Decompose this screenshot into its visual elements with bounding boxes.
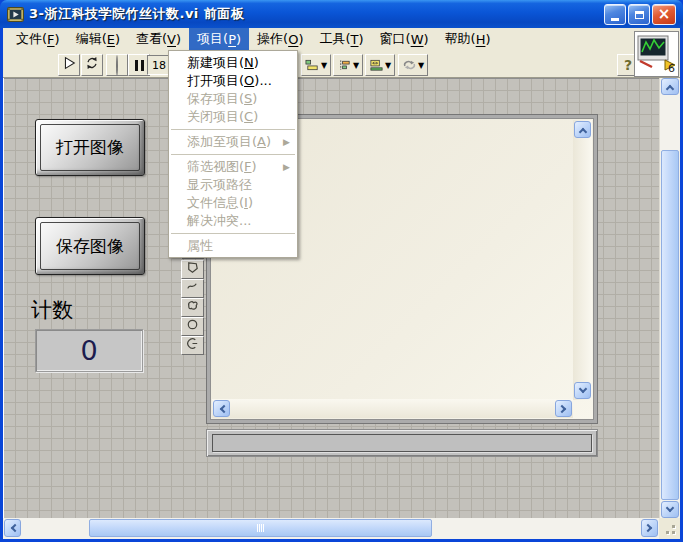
menu-separator: [171, 129, 295, 130]
close-button[interactable]: ×: [652, 4, 676, 25]
chevron-right-icon: [557, 404, 565, 412]
maximize-icon: [635, 11, 644, 19]
count-label: 计数: [31, 296, 73, 324]
horizontal-scroll-thumb[interactable]: [89, 519, 432, 537]
scroll-right-button[interactable]: [555, 400, 572, 417]
run-continuous-icon: [84, 55, 100, 75]
chevron-left-icon: [219, 404, 227, 412]
menu-item-close-project[interactable]: 关闭项目(C): [169, 108, 297, 126]
align-objects-icon: [305, 56, 320, 75]
freehand-line-tool-icon: [185, 279, 200, 298]
freehand-region-tool-icon: [185, 298, 200, 317]
oval-tool[interactable]: [181, 317, 204, 336]
dropdown-caret-icon: ▼: [353, 61, 359, 70]
project-menu: 新建项目(N)打开项目(O)...保存项目(S)关闭项目(C)添加至项目(A)▶…: [168, 50, 298, 258]
menubar: 文件(F)编辑(E)查看(V)项目(P)操作(O)工具(T)窗口(W)帮助(H): [3, 28, 680, 50]
chevron-down-icon: [578, 384, 586, 392]
polygon-tool-icon: [185, 260, 200, 279]
menubar-item-edit[interactable]: 编辑(E): [68, 28, 128, 50]
run-continuous-button[interactable]: [81, 54, 103, 76]
menu-item-open-project[interactable]: 打开项目(O)...: [169, 72, 297, 90]
menu-item-new-project[interactable]: 新建项目(N): [169, 54, 297, 72]
annulus-tool-icon: [185, 336, 200, 355]
count-value: 0: [80, 335, 97, 366]
abort-icon: [116, 56, 118, 75]
distribute-objects-icon: [337, 56, 352, 75]
resize-objects-icon: [369, 56, 384, 75]
abort-button[interactable]: [106, 54, 128, 76]
vertical-scroll-thumb[interactable]: [661, 150, 679, 500]
distribute-objects-button[interactable]: ▼: [333, 54, 363, 76]
dropdown-caret-icon: ▼: [385, 61, 391, 70]
resize-grip[interactable]: [659, 518, 680, 539]
annulus-tool[interactable]: [181, 336, 204, 355]
chevron-right-icon: [643, 524, 651, 532]
open-image-button[interactable]: 打开图像: [35, 119, 145, 176]
scroll-up-button[interactable]: [661, 78, 679, 95]
menu-item-filter-view[interactable]: 筛选视图(F)▶: [169, 158, 297, 176]
freehand-line-tool[interactable]: [181, 279, 204, 298]
menu-item-add-to-project[interactable]: 添加至项目(A)▶: [169, 133, 297, 151]
reorder-button[interactable]: ▼: [398, 54, 428, 76]
count-indicator: 0: [35, 329, 143, 372]
menubar-item-operate[interactable]: 操作(O): [249, 28, 311, 50]
resize-objects-button[interactable]: ▼: [365, 54, 395, 76]
string-indicator-field: [212, 434, 592, 452]
vi-window-icon: [7, 6, 24, 23]
chevron-up-icon: [578, 127, 586, 135]
close-icon: ×: [658, 7, 671, 22]
menubar-item-project[interactable]: 项目(P): [189, 28, 249, 50]
chevron-down-icon: [666, 503, 674, 511]
scroll-up-button[interactable]: [574, 121, 591, 138]
chevron-up-icon: [666, 84, 674, 92]
labview-front-panel-window: 3-浙江科技学院竹丝计数.vi 前面板 × 文件(F)编辑(E)查看(V)项目(…: [0, 0, 683, 542]
maximize-button[interactable]: [628, 4, 650, 25]
menu-item-file-information[interactable]: 文件信息(I): [169, 194, 297, 212]
window-vertical-scrollbar[interactable]: [659, 78, 680, 518]
vi-icon[interactable]: 6: [634, 31, 679, 77]
minimize-button[interactable]: [604, 4, 626, 25]
toolbar: 18 ▼▼▼▼ ?: [3, 50, 680, 78]
string-indicator: [206, 429, 598, 457]
menubar-item-tools[interactable]: 工具(T): [311, 28, 371, 50]
chevron-left-icon: [10, 524, 18, 532]
menu-item-show-item-paths[interactable]: 显示项路径: [169, 176, 297, 194]
submenu-arrow-icon: ▶: [283, 158, 290, 176]
save-image-button[interactable]: 保存图像: [35, 217, 145, 275]
menu-separator: [171, 154, 295, 155]
menubar-item-file[interactable]: 文件(F): [8, 28, 68, 50]
dropdown-caret-icon: ▼: [321, 61, 327, 70]
vi-icon-badge: 6: [668, 62, 675, 75]
menu-item-properties[interactable]: 属性: [169, 237, 297, 255]
window-title: 3-浙江科技学院竹丝计数.vi 前面板: [29, 5, 244, 23]
reorder-icon: [402, 56, 417, 75]
menu-item-save-project[interactable]: 保存项目(S): [169, 90, 297, 108]
image-vertical-scrollbar[interactable]: [573, 120, 592, 400]
help-icon: ?: [624, 57, 632, 73]
window-horizontal-scrollbar[interactable]: [3, 518, 659, 539]
menu-item-resolve-conflicts[interactable]: 解决冲突...: [169, 212, 297, 230]
font-size-value: 18: [152, 59, 166, 72]
run-button[interactable]: [58, 54, 80, 76]
titlebar[interactable]: 3-浙江科技学院竹丝计数.vi 前面板 ×: [0, 0, 683, 28]
scroll-right-button[interactable]: [641, 519, 658, 537]
image-horizontal-scrollbar[interactable]: [212, 399, 573, 418]
scroll-left-button[interactable]: [213, 400, 230, 417]
menubar-item-window[interactable]: 窗口(W): [372, 28, 437, 50]
polygon-tool[interactable]: [181, 260, 204, 279]
oval-tool-icon: [185, 317, 200, 336]
scroll-down-button[interactable]: [574, 382, 591, 399]
menu-separator: [171, 233, 295, 234]
scroll-left-button[interactable]: [4, 519, 21, 537]
freehand-region-tool[interactable]: [181, 298, 204, 317]
minimize-icon: [611, 18, 619, 21]
scroll-down-button[interactable]: [661, 501, 679, 518]
pause-icon: [135, 60, 144, 71]
menubar-item-help[interactable]: 帮助(H): [437, 28, 499, 50]
menubar-item-view[interactable]: 查看(V): [128, 28, 189, 50]
run-icon: [61, 55, 77, 75]
open-image-label: 打开图像: [56, 136, 124, 159]
align-objects-button[interactable]: ▼: [301, 54, 331, 76]
submenu-arrow-icon: ▶: [283, 133, 290, 151]
save-image-label: 保存图像: [56, 235, 124, 258]
